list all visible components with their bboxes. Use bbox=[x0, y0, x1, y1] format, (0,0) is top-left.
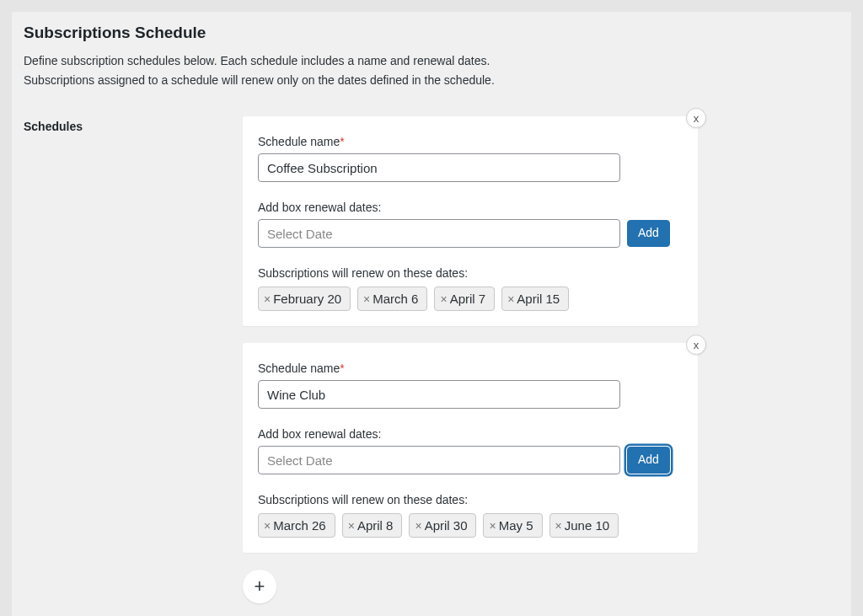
remove-schedule-button[interactable]: x bbox=[686, 335, 706, 355]
date-chip-label: February 20 bbox=[273, 292, 341, 306]
page-description-line2: Subscriptions assigned to a schedule wil… bbox=[24, 72, 839, 89]
date-chip: ×March 26 bbox=[258, 513, 335, 538]
date-chip: ×May 5 bbox=[483, 513, 542, 538]
date-row: Add bbox=[258, 219, 683, 248]
schedule-name-input[interactable] bbox=[258, 153, 620, 182]
close-icon: x bbox=[694, 340, 700, 351]
date-chip: ×April 7 bbox=[434, 287, 495, 311]
schedule-name-input[interactable] bbox=[258, 380, 620, 409]
date-chips: ×February 20×March 6×April 7×April 15 bbox=[258, 287, 683, 311]
date-chip-label: May 5 bbox=[499, 518, 533, 533]
add-renewal-dates-label: Add box renewal dates: bbox=[258, 201, 683, 214]
date-chip-label: April 30 bbox=[425, 518, 468, 533]
add-date-button[interactable]: Add bbox=[627, 447, 670, 473]
remove-date-icon[interactable]: × bbox=[507, 293, 514, 305]
date-chips: ×March 26×April 8×April 30×May 5×June 10 bbox=[258, 513, 683, 538]
add-date-button[interactable]: Add bbox=[627, 220, 670, 246]
remove-date-icon[interactable]: × bbox=[440, 293, 447, 305]
remove-date-icon[interactable]: × bbox=[489, 520, 496, 532]
schedule-name-label-text: Schedule name bbox=[258, 135, 340, 148]
page-title: Subscriptions Schedule bbox=[24, 24, 839, 42]
renewal-date-section: Add box renewal dates:Add bbox=[258, 427, 683, 474]
schedule-card: xSchedule name*Add box renewal dates:Add… bbox=[243, 116, 698, 326]
date-row: Add bbox=[258, 446, 683, 474]
schedule-name-label-text: Schedule name bbox=[258, 362, 340, 375]
schedule-name-label: Schedule name* bbox=[258, 135, 683, 148]
remove-date-icon[interactable]: × bbox=[348, 520, 355, 532]
date-chip-label: March 26 bbox=[273, 518, 326, 533]
renew-dates-section: Subscriptions will renew on these dates:… bbox=[258, 493, 683, 538]
remove-date-icon[interactable]: × bbox=[415, 520, 421, 532]
date-chip: ×February 20 bbox=[258, 287, 351, 311]
renew-dates-label: Subscriptions will renew on these dates: bbox=[258, 493, 683, 506]
schedules-list: xSchedule name*Add box renewal dates:Add… bbox=[243, 116, 698, 603]
date-chip: ×April 8 bbox=[342, 513, 403, 538]
settings-panel: Subscriptions Schedule Define subscripti… bbox=[12, 12, 851, 616]
required-asterisk: * bbox=[340, 362, 344, 375]
renewal-date-section: Add box renewal dates:Add bbox=[258, 201, 683, 248]
schedules-label: Schedules bbox=[24, 116, 226, 603]
renew-dates-label: Subscriptions will renew on these dates: bbox=[258, 266, 683, 280]
page-description-line1: Define subscription schedules below. Eac… bbox=[24, 52, 839, 70]
required-asterisk: * bbox=[340, 135, 344, 148]
renewal-date-input[interactable] bbox=[258, 446, 620, 474]
remove-date-icon[interactable]: × bbox=[264, 293, 271, 305]
renew-dates-section: Subscriptions will renew on these dates:… bbox=[258, 266, 683, 311]
remove-date-icon[interactable]: × bbox=[264, 520, 271, 532]
date-chip-label: March 6 bbox=[373, 292, 418, 306]
schedule-card: xSchedule name*Add box renewal dates:Add… bbox=[243, 343, 698, 553]
renewal-date-input[interactable] bbox=[258, 219, 620, 248]
date-chip: ×March 6 bbox=[357, 287, 427, 311]
remove-schedule-button[interactable]: x bbox=[686, 108, 706, 128]
date-chip: ×April 30 bbox=[409, 513, 476, 538]
date-chip-label: April 15 bbox=[517, 292, 560, 306]
schedule-name-label: Schedule name* bbox=[258, 362, 683, 375]
remove-date-icon[interactable]: × bbox=[555, 520, 562, 532]
add-schedule-button[interactable]: + bbox=[243, 570, 276, 603]
date-chip: ×April 15 bbox=[501, 287, 569, 311]
close-icon: x bbox=[694, 113, 700, 124]
date-chip: ×June 10 bbox=[549, 513, 619, 538]
plus-icon: + bbox=[255, 576, 265, 597]
remove-date-icon[interactable]: × bbox=[363, 293, 370, 305]
form-area: Schedules xSchedule name*Add box renewal… bbox=[24, 116, 839, 603]
date-chip-label: April 7 bbox=[450, 292, 486, 306]
date-chip-label: June 10 bbox=[565, 518, 609, 533]
date-chip-label: April 8 bbox=[357, 518, 394, 533]
add-renewal-dates-label: Add box renewal dates: bbox=[258, 427, 683, 441]
